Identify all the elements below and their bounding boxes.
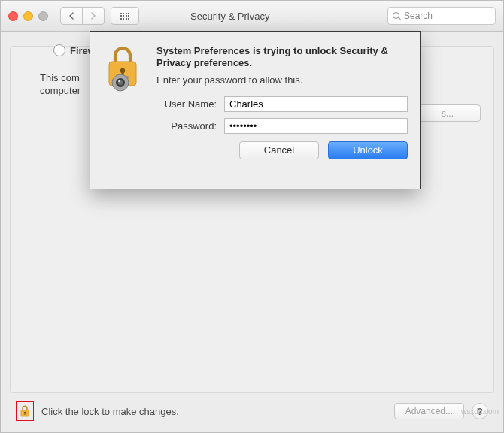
bottom-bar: Click the lock to make changes. Advanced… bbox=[16, 401, 488, 422]
back-button[interactable] bbox=[61, 8, 82, 24]
firewall-description-line2: computer bbox=[40, 85, 80, 98]
chevron-left-icon bbox=[68, 12, 74, 20]
svg-point-9 bbox=[118, 80, 120, 83]
firewall-description: This com computer bbox=[40, 72, 80, 98]
advanced-button[interactable]: Advanced... bbox=[394, 403, 464, 419]
show-all-button[interactable] bbox=[111, 7, 139, 25]
unlock-button[interactable]: Unlock bbox=[328, 141, 408, 159]
password-input[interactable] bbox=[224, 118, 408, 134]
auth-dialog: System Preferences is trying to unlock S… bbox=[90, 31, 421, 189]
forward-button[interactable] bbox=[82, 8, 104, 24]
search-field[interactable]: Search bbox=[387, 7, 496, 25]
window-title: Security & Privacy bbox=[145, 11, 269, 22]
minimize-window-button[interactable] bbox=[23, 11, 33, 21]
dialog-heading: System Preferences is trying to unlock S… bbox=[156, 45, 408, 70]
firewall-description-line1: This com bbox=[40, 72, 80, 85]
search-icon bbox=[393, 12, 401, 20]
toolbar: Security & Privacy Search bbox=[1, 1, 503, 32]
zoom-window-button bbox=[38, 11, 48, 21]
lock-button[interactable] bbox=[16, 401, 34, 421]
grid-icon bbox=[120, 13, 130, 20]
lock-text: Click the lock to make changes. bbox=[41, 406, 179, 417]
close-window-button[interactable] bbox=[8, 11, 18, 21]
lock-preferences-icon bbox=[102, 45, 146, 92]
username-input[interactable] bbox=[224, 96, 408, 112]
watermark: wsxdn.com bbox=[461, 407, 499, 416]
window-controls bbox=[8, 11, 48, 21]
firewall-options-button[interactable]: s... bbox=[414, 104, 481, 122]
search-placeholder: Search bbox=[404, 11, 433, 21]
password-label: Password: bbox=[156, 120, 224, 132]
nav-back-forward[interactable] bbox=[60, 7, 105, 25]
svg-rect-2 bbox=[24, 413, 25, 414]
radio-icon bbox=[53, 44, 65, 56]
username-label: User Name: bbox=[156, 98, 224, 110]
svg-point-10 bbox=[126, 76, 129, 79]
security-privacy-window: Security & Privacy Search Firew This com… bbox=[0, 0, 504, 433]
chevron-right-icon bbox=[90, 12, 96, 20]
lock-icon bbox=[20, 405, 30, 417]
cancel-button[interactable]: Cancel bbox=[239, 141, 319, 159]
dialog-subheading: Enter your password to allow this. bbox=[156, 74, 408, 86]
